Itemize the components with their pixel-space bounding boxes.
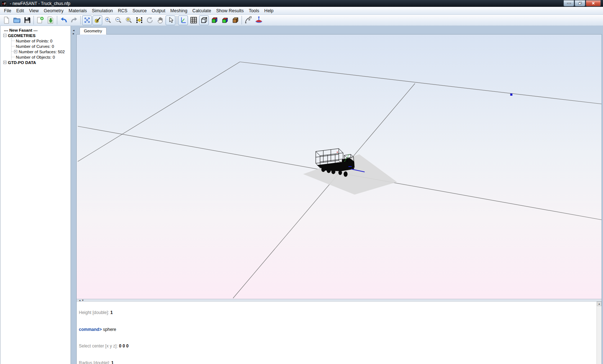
menu-calculate[interactable]: Calculate [190,7,213,14]
save-button[interactable] [22,15,32,25]
tree-item-surfaces[interactable]: Number of Surfaces: 502 [19,50,65,54]
pan-view-button[interactable] [155,15,165,25]
rotate-view-icon [146,16,154,24]
save-icon [23,16,31,24]
menu-tools[interactable]: Tools [246,7,262,14]
splitter-down-arrow-icon[interactable]: ▼ [82,299,85,301]
axes-toggle-button[interactable] [178,15,188,25]
command-console[interactable]: Height [double]: 1 command> sphere Selec… [77,301,602,364]
menu-geometry[interactable]: Geometry [41,7,66,14]
scroll-up-icon[interactable]: ▲ [597,301,602,306]
tab-geometry[interactable]: Geometry [80,27,107,35]
app-window: nF - newFASANT - Truck_chus.nfp ✕ File E… [0,0,603,364]
axes-icon [179,16,187,24]
select-pointer-button[interactable] [166,15,175,25]
title-bar: nF - newFASANT - Truck_chus.nfp ✕ [0,0,603,7]
undo-button[interactable] [59,15,68,25]
tree-item-objects[interactable]: Number of Objects: 0 [16,55,55,59]
zoom-out-button[interactable] [113,15,123,25]
toolbar-separator [57,16,57,24]
viewport-3d[interactable] [77,35,602,299]
grid-line [78,62,240,161]
textured-mode-button[interactable] [230,15,240,25]
draw-face-icon [94,16,102,24]
minimize-icon [567,3,571,4]
menu-help[interactable]: Help [262,7,276,14]
menu-edit[interactable]: Edit [14,7,27,14]
zoom-window-button[interactable] [124,15,134,25]
tree-item-geometries[interactable]: GEOMETRIES [8,33,36,38]
menu-view[interactable]: View [27,7,41,14]
solid-cube-icon [221,16,229,24]
zoom-window-icon [125,16,133,24]
scene-canvas [77,35,602,299]
tree-item-points[interactable]: Number of Points: 0 [16,39,53,43]
restore-button[interactable] [575,0,585,6]
page-import-icon [47,16,55,24]
console-splitter[interactable]: ▲▼ [77,299,602,301]
pointer-icon [167,16,175,24]
blue-marker [348,166,352,167]
menu-materials[interactable]: Materials [66,7,89,14]
undo-icon [60,16,68,24]
fit-view-button[interactable] [82,15,92,25]
toolbar-separator [33,16,34,24]
rotate-view-button[interactable] [145,15,154,25]
zoom-in-button[interactable] [103,15,113,25]
zoom-in-icon [104,16,112,24]
tab-bar: Geometry [76,26,602,34]
draw-face-button[interactable] [93,15,102,25]
pan-hand-icon [156,16,164,24]
zoom-out-icon [114,16,122,24]
grid-icon [190,16,198,24]
minimize-button[interactable] [563,0,574,6]
console-output[interactable]: Height [double]: 1 command> sphere Selec… [77,301,597,364]
splitter-left-arrow-icon[interactable]: ◄ [72,29,75,32]
page-add-icon [36,16,44,24]
swap-view-button[interactable] [134,15,144,25]
grid-toggle-button[interactable] [189,15,198,25]
antenna-icon [255,16,263,24]
antenna-tool-button[interactable] [254,15,264,25]
splitter-up-arrow-icon[interactable]: ▲ [79,299,82,301]
import-geometry-button[interactable] [46,15,55,25]
wireframe-mode-button[interactable] [199,15,209,25]
open-folder-icon [13,16,21,24]
redo-icon [70,16,78,24]
grid-point[interactable] [510,94,512,96]
red-marker [337,151,338,153]
tree-item-gtd-po-data[interactable]: GTD-PO DATA [8,60,36,65]
window-title: - newFASANT - Truck_chus.nfp [9,1,70,6]
menu-rcs[interactable]: RCS [116,7,130,14]
expand-icon[interactable]: + [14,50,17,53]
close-icon: ✕ [591,1,595,6]
rgb-cube-icon [211,16,219,24]
toolbar [0,15,603,26]
splitter-right-arrow-icon[interactable]: ► [72,32,75,35]
panel-splitter[interactable]: ◄ ► [71,26,76,364]
expand-icon[interactable]: + [3,61,6,64]
solid-mode-button[interactable] [220,15,230,25]
menu-output[interactable]: Output [149,7,168,14]
close-button[interactable]: ✕ [586,0,601,6]
menu-simulation[interactable]: Simulation [89,7,115,14]
grid-line [240,62,602,104]
toolbar-separator [177,16,177,24]
collapse-icon[interactable]: − [3,34,6,37]
tree-root[interactable]: --- New Fasant --- [3,27,71,33]
tree-item-curves[interactable]: Number of Curves: 0 [16,44,54,49]
console-scrollbar[interactable]: ▲ ▼ [597,301,602,364]
shaded-mode-button[interactable] [210,15,219,25]
new-geometry-button[interactable] [35,15,45,25]
wireframe-cube-icon [200,16,208,24]
open-file-button[interactable] [12,15,22,25]
toolbar-separator [176,16,176,24]
menu-file[interactable]: File [1,7,14,14]
menu-show-results[interactable]: Show Results [213,7,246,14]
menu-source[interactable]: Source [130,7,149,14]
toolbar-separator [80,16,81,24]
menu-meshing[interactable]: Meshing [168,7,190,14]
new-file-button[interactable] [1,15,11,25]
arc-tool-button[interactable] [243,15,253,25]
redo-button[interactable] [69,15,79,25]
